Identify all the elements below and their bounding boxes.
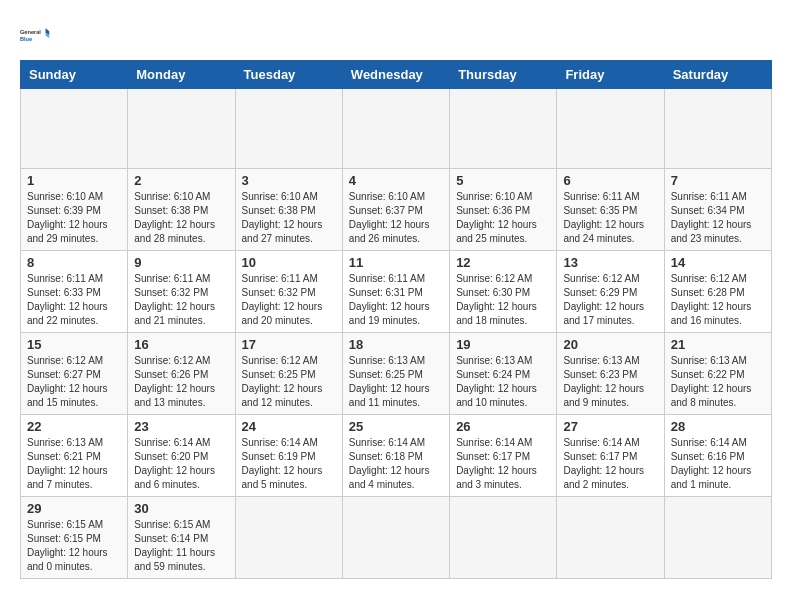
calendar-cell	[450, 89, 557, 169]
day-info: Sunrise: 6:11 AMSunset: 6:33 PMDaylight:…	[27, 272, 121, 328]
day-number: 8	[27, 255, 121, 270]
calendar-cell: 1 Sunrise: 6:10 AMSunset: 6:39 PMDayligh…	[21, 169, 128, 251]
calendar-cell	[342, 89, 449, 169]
calendar-cell	[664, 497, 771, 579]
day-info: Sunrise: 6:12 AMSunset: 6:29 PMDaylight:…	[563, 272, 657, 328]
calendar-cell: 13 Sunrise: 6:12 AMSunset: 6:29 PMDaylig…	[557, 251, 664, 333]
day-info: Sunrise: 6:12 AMSunset: 6:26 PMDaylight:…	[134, 354, 228, 410]
calendar-cell: 12 Sunrise: 6:12 AMSunset: 6:30 PMDaylig…	[450, 251, 557, 333]
page-header: General Blue	[20, 20, 772, 50]
day-info: Sunrise: 6:11 AMSunset: 6:32 PMDaylight:…	[242, 272, 336, 328]
day-info: Sunrise: 6:14 AMSunset: 6:17 PMDaylight:…	[563, 436, 657, 492]
day-number: 30	[134, 501, 228, 516]
day-number: 14	[671, 255, 765, 270]
calendar-cell: 18 Sunrise: 6:13 AMSunset: 6:25 PMDaylig…	[342, 333, 449, 415]
day-number: 23	[134, 419, 228, 434]
svg-text:General: General	[20, 29, 41, 35]
day-number: 2	[134, 173, 228, 188]
day-info: Sunrise: 6:13 AMSunset: 6:24 PMDaylight:…	[456, 354, 550, 410]
day-info: Sunrise: 6:11 AMSunset: 6:31 PMDaylight:…	[349, 272, 443, 328]
day-info: Sunrise: 6:12 AMSunset: 6:28 PMDaylight:…	[671, 272, 765, 328]
logo: General Blue	[20, 20, 50, 50]
calendar-header-row: SundayMondayTuesdayWednesdayThursdayFrid…	[21, 61, 772, 89]
calendar-week-row	[21, 89, 772, 169]
calendar-cell: 5 Sunrise: 6:10 AMSunset: 6:36 PMDayligh…	[450, 169, 557, 251]
calendar-cell	[664, 89, 771, 169]
svg-text:Blue: Blue	[20, 36, 32, 42]
day-number: 12	[456, 255, 550, 270]
day-number: 24	[242, 419, 336, 434]
calendar-cell: 16 Sunrise: 6:12 AMSunset: 6:26 PMDaylig…	[128, 333, 235, 415]
day-info: Sunrise: 6:14 AMSunset: 6:16 PMDaylight:…	[671, 436, 765, 492]
day-info: Sunrise: 6:12 AMSunset: 6:25 PMDaylight:…	[242, 354, 336, 410]
day-info: Sunrise: 6:15 AMSunset: 6:14 PMDaylight:…	[134, 518, 228, 574]
calendar-cell: 11 Sunrise: 6:11 AMSunset: 6:31 PMDaylig…	[342, 251, 449, 333]
calendar-cell	[557, 89, 664, 169]
day-info: Sunrise: 6:15 AMSunset: 6:15 PMDaylight:…	[27, 518, 121, 574]
calendar-cell: 19 Sunrise: 6:13 AMSunset: 6:24 PMDaylig…	[450, 333, 557, 415]
calendar-cell: 17 Sunrise: 6:12 AMSunset: 6:25 PMDaylig…	[235, 333, 342, 415]
day-info: Sunrise: 6:10 AMSunset: 6:38 PMDaylight:…	[134, 190, 228, 246]
calendar-cell: 30 Sunrise: 6:15 AMSunset: 6:14 PMDaylig…	[128, 497, 235, 579]
column-header-sunday: Sunday	[21, 61, 128, 89]
calendar-week-row: 8 Sunrise: 6:11 AMSunset: 6:33 PMDayligh…	[21, 251, 772, 333]
day-info: Sunrise: 6:14 AMSunset: 6:20 PMDaylight:…	[134, 436, 228, 492]
calendar-week-row: 22 Sunrise: 6:13 AMSunset: 6:21 PMDaylig…	[21, 415, 772, 497]
column-header-tuesday: Tuesday	[235, 61, 342, 89]
day-info: Sunrise: 6:13 AMSunset: 6:23 PMDaylight:…	[563, 354, 657, 410]
day-info: Sunrise: 6:11 AMSunset: 6:32 PMDaylight:…	[134, 272, 228, 328]
day-number: 4	[349, 173, 443, 188]
logo-icon: General Blue	[20, 20, 50, 50]
day-number: 6	[563, 173, 657, 188]
calendar-cell: 8 Sunrise: 6:11 AMSunset: 6:33 PMDayligh…	[21, 251, 128, 333]
calendar-cell: 3 Sunrise: 6:10 AMSunset: 6:38 PMDayligh…	[235, 169, 342, 251]
calendar-cell	[235, 89, 342, 169]
day-info: Sunrise: 6:12 AMSunset: 6:30 PMDaylight:…	[456, 272, 550, 328]
calendar-cell: 15 Sunrise: 6:12 AMSunset: 6:27 PMDaylig…	[21, 333, 128, 415]
calendar-week-row: 1 Sunrise: 6:10 AMSunset: 6:39 PMDayligh…	[21, 169, 772, 251]
day-info: Sunrise: 6:10 AMSunset: 6:39 PMDaylight:…	[27, 190, 121, 246]
calendar-cell: 10 Sunrise: 6:11 AMSunset: 6:32 PMDaylig…	[235, 251, 342, 333]
day-info: Sunrise: 6:10 AMSunset: 6:36 PMDaylight:…	[456, 190, 550, 246]
day-number: 25	[349, 419, 443, 434]
calendar-cell: 2 Sunrise: 6:10 AMSunset: 6:38 PMDayligh…	[128, 169, 235, 251]
day-info: Sunrise: 6:12 AMSunset: 6:27 PMDaylight:…	[27, 354, 121, 410]
day-number: 9	[134, 255, 228, 270]
day-number: 5	[456, 173, 550, 188]
day-number: 1	[27, 173, 121, 188]
day-number: 11	[349, 255, 443, 270]
day-number: 3	[242, 173, 336, 188]
calendar-cell: 28 Sunrise: 6:14 AMSunset: 6:16 PMDaylig…	[664, 415, 771, 497]
column-header-monday: Monday	[128, 61, 235, 89]
day-info: Sunrise: 6:13 AMSunset: 6:21 PMDaylight:…	[27, 436, 121, 492]
calendar-cell	[21, 89, 128, 169]
column-header-saturday: Saturday	[664, 61, 771, 89]
day-number: 16	[134, 337, 228, 352]
calendar-cell: 27 Sunrise: 6:14 AMSunset: 6:17 PMDaylig…	[557, 415, 664, 497]
day-number: 7	[671, 173, 765, 188]
day-number: 10	[242, 255, 336, 270]
column-header-friday: Friday	[557, 61, 664, 89]
calendar-cell	[235, 497, 342, 579]
column-header-thursday: Thursday	[450, 61, 557, 89]
calendar-cell: 26 Sunrise: 6:14 AMSunset: 6:17 PMDaylig…	[450, 415, 557, 497]
calendar-cell: 20 Sunrise: 6:13 AMSunset: 6:23 PMDaylig…	[557, 333, 664, 415]
calendar-table: SundayMondayTuesdayWednesdayThursdayFrid…	[20, 60, 772, 579]
day-info: Sunrise: 6:14 AMSunset: 6:18 PMDaylight:…	[349, 436, 443, 492]
day-info: Sunrise: 6:14 AMSunset: 6:17 PMDaylight:…	[456, 436, 550, 492]
day-number: 20	[563, 337, 657, 352]
day-number: 13	[563, 255, 657, 270]
day-info: Sunrise: 6:13 AMSunset: 6:22 PMDaylight:…	[671, 354, 765, 410]
calendar-cell: 24 Sunrise: 6:14 AMSunset: 6:19 PMDaylig…	[235, 415, 342, 497]
calendar-cell	[128, 89, 235, 169]
day-number: 29	[27, 501, 121, 516]
calendar-week-row: 15 Sunrise: 6:12 AMSunset: 6:27 PMDaylig…	[21, 333, 772, 415]
day-number: 27	[563, 419, 657, 434]
calendar-cell: 9 Sunrise: 6:11 AMSunset: 6:32 PMDayligh…	[128, 251, 235, 333]
calendar-cell: 6 Sunrise: 6:11 AMSunset: 6:35 PMDayligh…	[557, 169, 664, 251]
day-number: 19	[456, 337, 550, 352]
calendar-cell: 22 Sunrise: 6:13 AMSunset: 6:21 PMDaylig…	[21, 415, 128, 497]
column-header-wednesday: Wednesday	[342, 61, 449, 89]
calendar-cell	[557, 497, 664, 579]
day-number: 15	[27, 337, 121, 352]
